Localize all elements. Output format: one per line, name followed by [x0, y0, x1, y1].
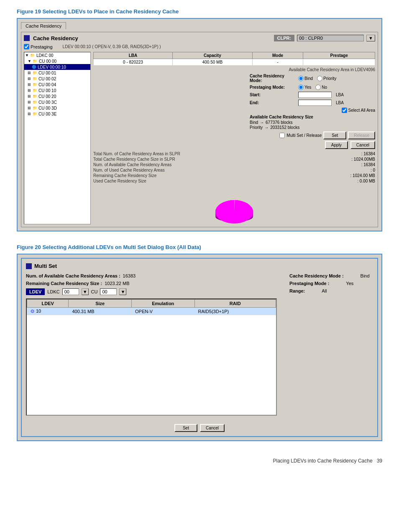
ms-ldkc-dropdown[interactable]: ▼: [82, 288, 89, 295]
ms-ldev-table: LDEV Size Emulation RAID ⊙10: [27, 299, 276, 315]
end-lba-label: LBA: [336, 100, 344, 105]
ms-range-row: Range: All: [289, 288, 373, 293]
stat-row-4: Remaining Cache Residency Size : 1024.00…: [93, 173, 375, 178]
prestaging-row: Prestaging LDEV 00:00:10 ( OPEN-V, 0.39 …: [24, 44, 375, 49]
prestaging-checkbox-label[interactable]: Prestaging: [24, 44, 53, 49]
tree-item-cu0002[interactable]: ⊞ 📁 CU 00 02: [24, 76, 90, 82]
apply-button[interactable]: Apply: [325, 141, 348, 149]
folder-icon: 📁: [32, 105, 38, 111]
end-row: End: LBA: [250, 100, 375, 106]
folder-icon: 📁: [32, 100, 38, 105]
ms-right-info: Cache Residency Mode : Bind Prestaging M…: [289, 273, 373, 421]
stat-row-5: Used Cache Residency Size : 0.00 MB: [93, 179, 375, 183]
no-radio[interactable]: [315, 85, 321, 90]
ms-button-row: Set Cancel: [26, 424, 373, 432]
yes-radio-label[interactable]: Yes: [298, 85, 311, 90]
ms-cu-input[interactable]: [100, 288, 117, 295]
multi-set-panel: Multi Set Num. of Available Cache Reside…: [21, 258, 378, 437]
cell-prestage: [303, 59, 375, 66]
cache-residency-tab[interactable]: Cache Residency: [21, 22, 66, 29]
cell-raid: RAID5(3D+1P): [194, 308, 276, 315]
release-button[interactable]: Release: [348, 131, 375, 139]
tree-item-ldev00-00-10[interactable]: 🔵 LDEV 00:00:10: [24, 64, 90, 70]
cell-size: 400.31 MB: [69, 308, 132, 315]
apply-cancel-row: Apply Cancel: [250, 141, 375, 149]
folder-icon: 📁: [32, 94, 38, 99]
figure-19-section: Figure 19 Selecting LDEVs to Place in Ca…: [17, 8, 382, 231]
cancel-button[interactable]: Cancel: [350, 141, 375, 149]
ms-cu-dropdown[interactable]: ▼: [119, 288, 126, 295]
yes-radio[interactable]: [298, 85, 304, 90]
tree-item-cu003c[interactable]: ⊞ 📁 CU 00 3C: [24, 99, 90, 105]
folder-icon: 📁: [32, 88, 38, 93]
ms-set-button[interactable]: Set: [174, 424, 197, 432]
stat-row-2: Num. of Available Cache Residency Areas …: [93, 162, 375, 167]
ms-remaining: Remaining Cache Residency Size : 1023.22…: [26, 281, 130, 286]
tree-item-cu0020[interactable]: ⊞ 📁 CU 00 20: [24, 93, 90, 99]
folder-icon: 📁: [32, 82, 38, 87]
table-row: 0 - 820223 400.50 MB -: [94, 59, 375, 66]
ms-remaining-label: Remaining Cache Residency Size :: [26, 281, 102, 286]
priority-arrow: →: [264, 125, 269, 130]
start-input[interactable]: [298, 92, 332, 98]
ms-prestaging-row: Prestaging Mode : Yes: [289, 281, 373, 286]
tree-item-cu0010[interactable]: ⊞ 📁 CU 00 10: [24, 87, 90, 93]
ldev-icon: 🔵: [31, 64, 37, 69]
avail-cache-title: Available Cache Residency Size: [250, 115, 375, 119]
prestaging-mode-radio-group: Yes No: [298, 85, 327, 90]
end-label: End:: [250, 100, 296, 105]
set-button[interactable]: Set: [323, 131, 346, 139]
bind-radio-label[interactable]: Bind: [298, 76, 313, 81]
select-all-row: Select All Area: [250, 108, 375, 113]
tree-item-cu003d[interactable]: ⊞ 📁 CU 00 3D: [24, 105, 90, 111]
ldev-info: LDEV 00:00:10 ( OPEN-V, 0.39 GB, RAID5(3…: [63, 44, 161, 49]
clpr-input[interactable]: [297, 35, 364, 41]
ms-range-label: Range:: [289, 288, 305, 293]
multi-set-checkbox[interactable]: [279, 133, 285, 138]
tree-item-ldkc00[interactable]: ▼ 📁 LDKC 00: [24, 52, 90, 58]
footer-text: Placing LDEVs into Cache Residency Cache: [273, 458, 373, 464]
ms-range-value: All: [322, 288, 327, 293]
ms-panel-icon: [26, 263, 32, 269]
col-mode: Mode: [252, 52, 303, 59]
priority-cache-row: Priority → 2033152 blocks: [250, 125, 375, 130]
end-input[interactable]: [298, 100, 332, 106]
no-radio-label[interactable]: No: [315, 85, 327, 90]
prestaging-mode-row: Prestaging Mode: Yes No: [250, 85, 375, 90]
bind-radio[interactable]: [298, 76, 304, 81]
ms-cancel-button[interactable]: Cancel: [200, 424, 225, 432]
cell-ldev: ⊙10: [27, 308, 69, 315]
table-row[interactable]: ⊙10 400.31 MB OPEN-V RAID5(3D+1P): [27, 308, 276, 315]
figure-20-title: Figure 20 Selecting Additional LDEVs on …: [17, 244, 382, 250]
cell-emulation: OPEN-V: [131, 308, 194, 315]
start-lba-label: LBA: [336, 93, 344, 97]
prestaging-checkbox[interactable]: [24, 44, 29, 49]
ms-header: Multi Set: [26, 263, 373, 269]
cell-mode: -: [252, 59, 303, 66]
avail-cache-section: Available Cache Residency Size Bind → 67…: [250, 115, 375, 130]
tree-item-cu003e[interactable]: ⊞ 📁 CU 00 3E: [24, 111, 90, 117]
cell-capacity: 400.50 MB: [173, 59, 253, 66]
priority-cache-label: Priority: [250, 125, 263, 130]
bottom-section: Total Num. of Cache Residency Areas in S…: [93, 152, 375, 224]
tree-item-cu0000[interactable]: ▼ 📁 CU 00 00: [24, 58, 90, 64]
ms-avail-areas-label: Num. of Available Cache Residency Areas …: [26, 273, 120, 278]
tree-item-cu0001[interactable]: ⊞ 📁 CU 00 01: [24, 70, 90, 76]
ms-table-header: LDEV Size Emulation RAID: [27, 300, 276, 308]
panel-body: Cache Residency CLPR: ▼ Prestaging LDEV …: [21, 32, 378, 227]
folder-icon: 📁: [32, 70, 38, 75]
ms-cache-mode-label: Cache Residency Mode :: [289, 273, 344, 278]
pie-chart: [93, 187, 375, 224]
stat-row-3: Num. of Used Cache Residency Areas : 0: [93, 168, 375, 172]
right-panel: LBA Capacity Mode Prestage 0 - 820223 40…: [93, 52, 375, 224]
select-all-checkbox[interactable]: [342, 108, 347, 113]
bind-arrow: →: [260, 120, 264, 125]
tree-item-cu0004[interactable]: ⊞ 📁 CU 00 04: [24, 82, 90, 87]
stat-row-1: Total Cache Residency Cache Size in SLPR…: [93, 157, 375, 162]
ms-ldkc-input[interactable]: [62, 288, 79, 295]
folder-icon: 📁: [32, 76, 38, 81]
priority-radio[interactable]: [317, 76, 322, 81]
priority-radio-label[interactable]: Priority: [317, 76, 336, 81]
col-capacity: Capacity: [173, 52, 253, 59]
clpr-dropdown-arrow[interactable]: ▼: [366, 35, 375, 41]
